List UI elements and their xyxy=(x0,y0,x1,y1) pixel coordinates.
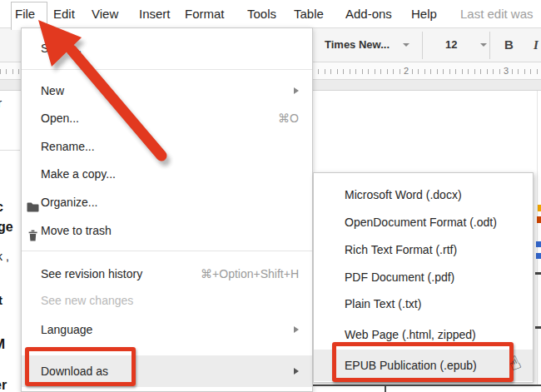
menu-separator xyxy=(22,69,312,70)
submenu-item-docx[interactable]: Microsoft Word (.docx) xyxy=(314,182,533,207)
toolbar-separator xyxy=(422,32,423,59)
page-right-edge xyxy=(537,91,538,385)
document-rule-line xyxy=(313,385,541,386)
doc-fragment xyxy=(538,205,541,211)
italic-button[interactable]: I xyxy=(534,28,539,62)
submenu-item-odt[interactable]: OpenDocument Format (.odt) xyxy=(314,210,533,235)
menu-item-see-revision-history[interactable]: See revision history ⌘+Option+Shift+H xyxy=(22,261,312,286)
toolbar-separator xyxy=(489,32,490,59)
shortcut-label: ⌘O xyxy=(278,106,299,131)
folder-icon xyxy=(27,196,39,208)
menu-item-share[interactable]: Share... xyxy=(22,36,312,61)
doc-fragment: t xyxy=(0,293,2,307)
annotation-box-download-as xyxy=(25,347,136,386)
bold-button[interactable]: B xyxy=(504,28,514,62)
doc-fragment xyxy=(535,326,541,329)
menu-item-make-a-copy[interactable]: Make a copy... xyxy=(22,161,312,186)
doc-divider-fragment xyxy=(0,150,20,151)
chevron-down-icon xyxy=(480,43,487,47)
doc-fragment: ge xyxy=(0,220,13,235)
menu-separator xyxy=(22,251,312,251)
submenu-arrow-icon xyxy=(294,326,299,333)
submenu-item-rtf[interactable]: Rich Text Format (.rtf) xyxy=(314,237,533,262)
menubar-tools[interactable]: Tools xyxy=(247,0,276,27)
menubar-insert[interactable]: Insert xyxy=(139,0,171,27)
last-edit-status[interactable]: Last edit was xyxy=(460,0,534,27)
ruler-mark: 3 xyxy=(501,62,511,79)
doc-fragment: c xyxy=(0,200,3,215)
menu-item-see-new-changes: See new changes xyxy=(22,288,312,313)
chevron-down-icon xyxy=(403,43,409,47)
font-size-select[interactable]: 12 xyxy=(445,28,457,62)
doc-fragment xyxy=(536,253,541,259)
google-docs-window: ir c ge k , t M er Times New... 12 B I 2… xyxy=(0,0,541,392)
menu-item-new[interactable]: New xyxy=(22,78,312,103)
submenu-item-pdf[interactable]: PDF Document (.pdf) xyxy=(314,265,533,290)
doc-fragment xyxy=(536,241,541,247)
ruler-mark: 2 xyxy=(401,62,411,79)
menubar-help[interactable]: Help xyxy=(411,0,437,27)
doc-fragment: er xyxy=(0,378,7,392)
font-family-select[interactable]: Times New... xyxy=(325,28,390,62)
menu-item-open[interactable]: Open... ⌘O xyxy=(22,106,312,131)
menubar-addons[interactable]: Add-ons xyxy=(345,0,392,27)
menubar-view[interactable]: View xyxy=(92,0,118,27)
document-rule-tick xyxy=(385,386,386,392)
document-text-fragments-left: ir c ge k , t M er xyxy=(0,81,20,392)
doc-fragment: ir xyxy=(0,96,2,110)
submenu-item-txt[interactable]: Plain Text (.txt) xyxy=(314,291,533,316)
trash-icon xyxy=(27,225,39,236)
file-menu-dropdown: Share... New Open... ⌘O Rename... Make a… xyxy=(21,27,313,392)
menubar-format[interactable]: Format xyxy=(185,0,225,27)
menu-item-language[interactable]: Language xyxy=(22,317,312,342)
submenu-arrow-icon xyxy=(294,87,299,94)
shortcut-label: ⌘+Option+Shift+H xyxy=(201,261,299,286)
menubar-edit[interactable]: Edit xyxy=(53,0,75,27)
doc-fragment: k , xyxy=(0,250,9,263)
menu-bar: File Edit View Insert Format Tools Table… xyxy=(0,0,541,27)
menubar-table[interactable]: Table xyxy=(294,0,324,27)
menu-item-rename[interactable]: Rename... xyxy=(22,134,312,159)
doc-fragment: M xyxy=(0,336,5,353)
doc-fragment xyxy=(535,272,541,275)
annotation-box-epub xyxy=(332,342,514,382)
menu-item-move-to-trash[interactable]: Move to trash xyxy=(22,218,312,243)
submenu-arrow-icon xyxy=(294,368,299,375)
menubar-file[interactable]: File xyxy=(15,0,35,27)
menu-item-organize[interactable]: Organize... xyxy=(22,190,312,215)
doc-fragment xyxy=(537,216,541,223)
